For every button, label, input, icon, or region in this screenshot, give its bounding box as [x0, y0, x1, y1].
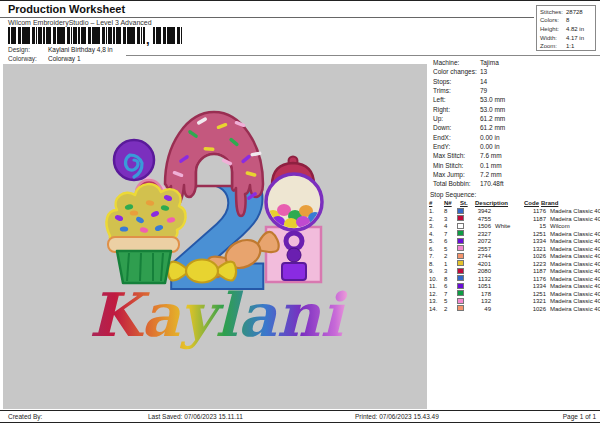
stop-sequence-title: Stop Sequence:	[427, 191, 600, 200]
param-value: 53.0 mm	[480, 96, 505, 103]
thread-code: 1251	[521, 291, 546, 299]
thread-brand: Madeira Classic 40	[546, 276, 600, 284]
row-number: 4.	[429, 231, 444, 239]
stitch-count: 2072	[467, 238, 491, 246]
row-number: 1.	[429, 208, 444, 216]
machine-params-list: Machine:Tajima Color changes:13 Stops:14…	[427, 56, 600, 189]
barcode-bars-left	[8, 27, 145, 44]
thread-brand: Madeira Classic 40	[546, 306, 600, 314]
param-value: 14	[480, 78, 487, 85]
param-value: 53.0 mm	[480, 106, 505, 113]
row-number: 6.	[429, 246, 444, 254]
col-header-code: Code	[524, 200, 539, 206]
machine-param-row: Trims:79	[427, 86, 600, 95]
design-stats-box: Stitches:28728 Colors:8 Height:4.82 in W…	[536, 5, 596, 51]
stitch-count: 2557	[467, 246, 491, 254]
row-number: 7.	[429, 253, 444, 261]
stop-sequence-row: 4. 7 2327 1251 Madeira Classic 40	[427, 230, 600, 238]
param-label: Left:	[433, 95, 480, 104]
needle-number: 5	[444, 246, 457, 254]
machine-param-row: Total Bobbin:170.48ft	[427, 179, 600, 188]
thread-color-swatch	[457, 290, 464, 296]
colorway-value: Colorway 1	[48, 55, 81, 62]
needle-number: 1	[444, 261, 457, 269]
thread-brand: Madeira Classic 40	[546, 246, 600, 254]
thread-color-swatch	[457, 268, 464, 274]
stop-sequence-row: 7. 2 2744 1026 Madeira Classic 40	[427, 253, 600, 261]
thread-brand: Madeira Classic 40	[546, 261, 600, 269]
stat-label: Stitches:	[540, 8, 566, 17]
param-value: 0.1 mm	[480, 162, 502, 169]
printed-text: Printed: 07/06/2023 15.43.49	[355, 413, 439, 420]
page-title: Production Worksheet	[8, 3, 125, 15]
thread-code: 1187	[521, 216, 546, 224]
needle-number: 3	[444, 268, 457, 276]
thread-color-swatch	[457, 238, 464, 244]
machine-param-row: Max Stitch:7.6 mm	[427, 151, 600, 160]
machine-param-row: Color changes:13	[427, 67, 600, 76]
stat-value: 1:1	[566, 43, 574, 49]
param-value: Tajima	[480, 59, 499, 66]
thread-brand: Madeira Classic 40	[546, 231, 600, 239]
thread-color-swatch	[457, 283, 464, 289]
thread-color-swatch	[457, 223, 464, 229]
thread-brand: Madeira Classic 40	[546, 208, 600, 216]
design-name-row: Design:Kaylani Birthday 4,8 in	[8, 46, 113, 53]
thread-color-swatch	[457, 245, 464, 251]
stop-sequence-row: 11. 6 1051 1334 Madeira Classic 40	[427, 283, 600, 291]
param-value: 7.2 mm	[480, 171, 502, 178]
stitch-count: 2744	[467, 253, 491, 261]
stat-value: 4.17 in	[566, 35, 584, 41]
stitch-count: 1051	[467, 283, 491, 291]
needle-number: 7	[444, 231, 457, 239]
needle-number: 4	[444, 223, 457, 231]
row-number: 12.	[429, 291, 444, 299]
gumball-crank-ring	[286, 233, 302, 249]
row-number: 2.	[429, 216, 444, 224]
param-label: Down:	[433, 123, 480, 132]
design-value: Kaylani Birthday 4,8 in	[48, 46, 113, 53]
stitch-count: 49	[467, 306, 491, 314]
gumball-dispenser	[282, 263, 306, 280]
stitch-count: 132	[467, 298, 491, 306]
needle-number: 8	[444, 208, 457, 216]
stitch-count: 4755	[467, 216, 491, 224]
param-label: EndY:	[433, 142, 480, 151]
param-label: Max Stitch:	[433, 151, 480, 160]
needle-number: 7	[444, 291, 457, 299]
thread-brand: Madeira Classic 40	[546, 238, 600, 246]
embroidery-design: 2	[3, 64, 427, 409]
row-number: 8.	[429, 261, 444, 269]
row-number: 5.	[429, 238, 444, 246]
design-name-text: Kaylani	[89, 280, 348, 350]
thread-brand: Madeira Classic 40	[546, 216, 600, 224]
gumball-crank-knob	[287, 248, 301, 262]
colorway-label: Colorway:	[8, 55, 48, 62]
thread-code: 1026	[521, 306, 546, 314]
stop-sequence-row: 1. 8 3942 1176 Madeira Classic 40	[427, 208, 600, 216]
param-value: 61.2 mm	[480, 115, 505, 122]
machine-info-panel: Machine:Tajima Color changes:13 Stops:14…	[427, 56, 600, 410]
stop-sequence-row: 12. 7 178 1251 Madeira Classic 40	[427, 290, 600, 298]
row-number: 10.	[429, 276, 444, 284]
thread-brand: Madeira Classic 40	[546, 291, 600, 299]
last-saved-text: Last Saved: 07/06/2023 15.11.11	[148, 413, 243, 420]
stat-value: 28728	[566, 9, 583, 15]
thread-code: 1334	[521, 238, 546, 246]
row-number: 11.	[429, 283, 444, 291]
design-barcode: ,	[8, 27, 182, 44]
thread-color-swatch	[457, 208, 464, 214]
needle-number: 2	[444, 253, 457, 261]
param-value: 0.00 in	[480, 134, 500, 141]
stop-sequence-table: 1. 8 3942 1176 Madeira Classic 40 2. 3 4…	[427, 208, 600, 313]
thread-color-swatch	[457, 230, 464, 236]
thread-code: 1321	[521, 298, 546, 306]
stitch-count: 3942	[467, 208, 491, 216]
stitch-count: 178	[467, 291, 491, 299]
row-number: 3.	[429, 223, 444, 231]
stat-value: 4.82 in	[566, 26, 584, 32]
thread-color-swatch	[457, 215, 464, 221]
stitch-count: 1506	[467, 223, 491, 231]
stop-sequence-row: 9. 3 2080 1187 Madeira Classic 40	[427, 268, 600, 276]
machine-param-row: EndX:0.00 in	[427, 133, 600, 142]
